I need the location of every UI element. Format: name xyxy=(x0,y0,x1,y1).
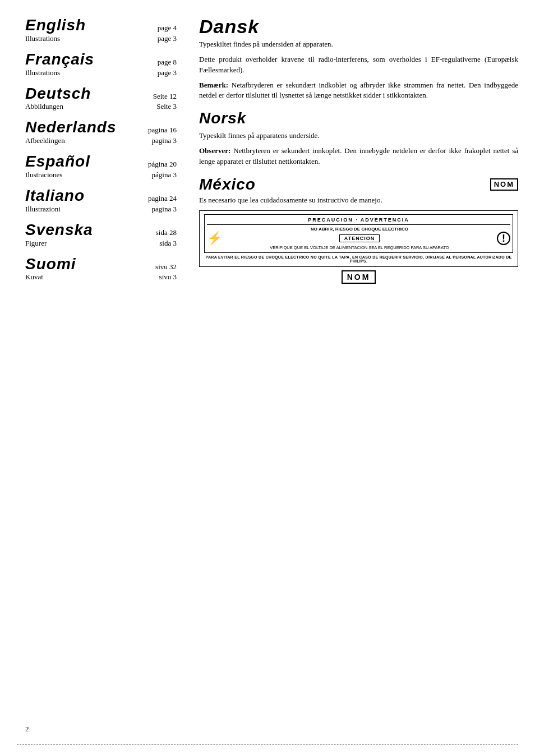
lang-title-row: Svenskasida 28 xyxy=(25,222,177,239)
lang-sub-page: page 3 xyxy=(158,34,177,43)
lang-main-page-suomi: sivu 32 xyxy=(132,262,177,271)
lang-main-page-nederlands: pagina 16 xyxy=(132,126,177,135)
lang-title-deutsch: Deutsch xyxy=(25,85,91,103)
lang-main-page-english: page 4 xyxy=(132,24,177,33)
lang-sub-label: Abbildungen xyxy=(25,102,63,111)
lang-title-español: Español xyxy=(25,153,90,170)
dansk-para3-text: Netafbryderen er sekundært indkoblet og … xyxy=(199,81,518,100)
lang-sub-page: página 3 xyxy=(152,170,177,179)
nom-bottom-badge: NOM xyxy=(342,270,376,284)
mexico-title: México xyxy=(199,176,256,193)
mexico-para1: Es necesario que lea cuidadosamente su i… xyxy=(199,195,518,206)
lang-main-page-svenska: sida 28 xyxy=(132,228,177,237)
lang-main-page-español: página 20 xyxy=(132,160,177,169)
lang-title-svenska: Svenska xyxy=(25,222,93,239)
lang-block-nederlands: Nederlandspagina 16Afbeeldingenpagina 3 xyxy=(25,119,177,145)
lang-title-français: Français xyxy=(25,51,94,68)
lightning-icon: ⚡ xyxy=(207,232,222,245)
warning-center: NO ABRIR, RIESGO DE CHOQUE ELECTRICO ATE… xyxy=(227,227,492,250)
language-list: Englishpage 4Illustrationspage 3Français… xyxy=(25,17,177,282)
warning-bottom: PARA EVITAR EL RIESGO DE CHOQUE ELECTRIC… xyxy=(204,255,513,263)
lang-title-english: English xyxy=(25,17,86,34)
lang-title-row: Italianopagina 24 xyxy=(25,187,177,205)
warning-precaucion: PRECAUCION · ADVERTENCIA xyxy=(207,217,510,225)
lang-main-page-deutsch: Seite 12 xyxy=(132,92,177,101)
warning-line1: NO ABRIR, RIESGO DE CHOQUE ELECTRICO xyxy=(227,227,492,232)
lang-block-svenska: Svenskasida 28Figurersida 3 xyxy=(25,222,177,248)
page: Englishpage 4Illustrationspage 3Français… xyxy=(0,0,535,756)
lang-block-español: Españolpágina 20Ilustracionespágina 3 xyxy=(25,153,177,179)
norsk-para2-text: Nettbryteren er sekundert innkoplet. Den… xyxy=(199,146,518,165)
warning-box: PRECAUCION · ADVERTENCIA ⚡ NO ABRIR, RIE… xyxy=(199,210,518,267)
lang-sub-label: Figurer xyxy=(25,239,47,248)
lang-sub-page: pagina 3 xyxy=(152,136,177,145)
mexico-title-row: México NOM xyxy=(199,176,518,193)
lang-title-row: Suomisivu 32 xyxy=(25,256,177,273)
lang-block-deutsch: DeutschSeite 12AbbildungenSeite 3 xyxy=(25,85,177,112)
lang-sub-row: Illustrationspage 3 xyxy=(25,68,177,77)
norsk-para2-label: Observer: xyxy=(199,146,230,155)
lang-sub-row: Ilustracionespágina 3 xyxy=(25,170,177,179)
lang-sub-row: Illustrationspage 3 xyxy=(25,34,177,43)
lang-sub-label: Illustrations xyxy=(25,34,60,43)
lang-sub-row: AbbildungenSeite 3 xyxy=(25,102,177,111)
lang-block-suomi: Suomisivu 32Kuvatsivu 3 xyxy=(25,256,177,282)
lang-sub-page: sivu 3 xyxy=(159,273,177,282)
lang-sub-page: pagina 3 xyxy=(152,205,177,214)
lang-title-italiano: Italiano xyxy=(25,187,85,205)
lang-title-row: Nederlandspagina 16 xyxy=(25,119,177,136)
lang-sub-row: Afbeeldingenpagina 3 xyxy=(25,136,177,145)
lang-main-page-italiano: pagina 24 xyxy=(132,194,177,203)
lang-title-row: Françaispage 8 xyxy=(25,51,177,68)
dansk-para3-label: Bemærk: xyxy=(199,81,228,89)
mexico-section: México NOM Es necesario que lea cuidados… xyxy=(199,176,518,284)
lang-sub-label: Illustrazioni xyxy=(25,205,61,214)
dansk-section: Dansk Typeskiltet findes på undersiden a… xyxy=(199,17,518,101)
lang-sub-label: Kuvat xyxy=(25,273,43,282)
norsk-section: Norsk Typeskilt finnes på apparatens und… xyxy=(199,110,518,167)
nom-bottom: NOM xyxy=(199,270,518,284)
right-column: Dansk Typeskiltet findes på undersiden a… xyxy=(188,17,518,739)
lang-block-français: Françaispage 8Illustrationspage 3 xyxy=(25,51,177,77)
lang-sub-label: Ilustraciones xyxy=(25,170,62,179)
bottom-divider xyxy=(17,744,518,745)
lang-block-italiano: Italianopagina 24Illustrazionipagina 3 xyxy=(25,187,177,214)
lang-title-row: Españolpágina 20 xyxy=(25,153,177,170)
warning-line2: VERIFIQUE QUE EL VOLTAJE DE ALIMENTACION… xyxy=(227,245,492,250)
lang-sub-label: Illustrations xyxy=(25,68,60,77)
lang-block-english: Englishpage 4Illustrationspage 3 xyxy=(25,17,177,43)
norsk-para1: Typeskilt finnes på apparatens underside… xyxy=(199,131,518,141)
warning-atencion: ATENCION xyxy=(339,234,380,242)
nom-badge-top: NOM xyxy=(490,178,518,191)
dansk-para3: Bemærk: Netafbryderen er sekundært indko… xyxy=(199,80,518,102)
page-number: 2 xyxy=(25,725,29,734)
dansk-para1: Typeskiltet findes på undersiden af appa… xyxy=(199,39,518,50)
lang-title-row: Englishpage 4 xyxy=(25,17,177,34)
lang-sub-row: Illustrazionipagina 3 xyxy=(25,205,177,214)
dansk-para2: Dette produkt overholder kravene til rad… xyxy=(199,54,518,76)
dansk-title: Dansk xyxy=(199,17,518,36)
lang-sub-page: Seite 3 xyxy=(156,102,177,111)
lang-sub-label: Afbeeldingen xyxy=(25,136,65,145)
lang-sub-row: Figurersida 3 xyxy=(25,239,177,248)
lang-title-suomi: Suomi xyxy=(25,256,76,273)
lang-title-nederlands: Nederlands xyxy=(25,119,117,136)
lang-sub-row: Kuvatsivu 3 xyxy=(25,273,177,282)
warning-inner: PRECAUCION · ADVERTENCIA ⚡ NO ABRIR, RIE… xyxy=(204,214,513,253)
warning-content-row: ⚡ NO ABRIR, RIESGO DE CHOQUE ELECTRICO A… xyxy=(207,227,510,250)
left-column: Englishpage 4Illustrationspage 3Français… xyxy=(25,17,188,739)
lang-title-row: DeutschSeite 12 xyxy=(25,85,177,103)
lang-sub-page: sida 3 xyxy=(159,239,177,248)
norsk-para2: Observer: Nettbryteren er sekundert innk… xyxy=(199,146,518,167)
norsk-title: Norsk xyxy=(199,110,518,127)
exclaim-icon: ! xyxy=(497,232,510,245)
lang-main-page-français: page 8 xyxy=(132,58,177,67)
lang-sub-page: page 3 xyxy=(158,68,177,77)
